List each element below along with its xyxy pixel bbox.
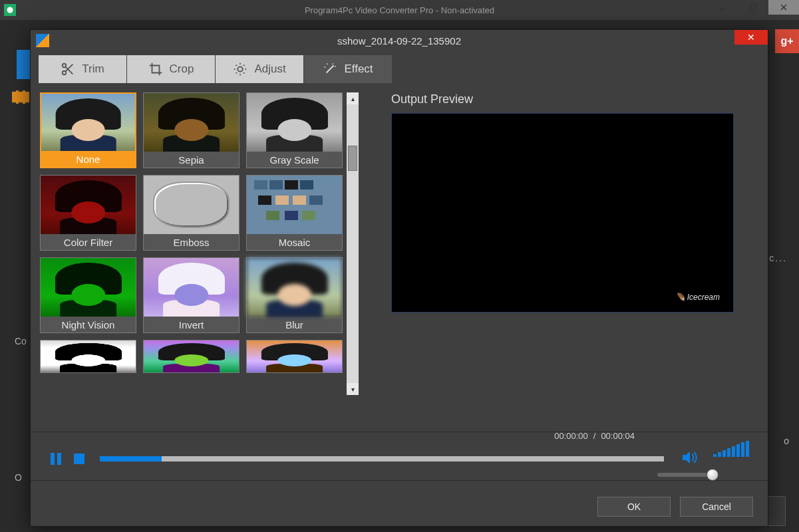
brightness-icon [233, 62, 247, 76]
effect-thumb [247, 176, 342, 234]
effect-thumb [247, 258, 342, 317]
main-titlebar: Program4Pc Video Converter Pro - Non-act… [0, 0, 799, 20]
tab-trim[interactable]: Trim [39, 55, 127, 83]
effect-invert[interactable]: Invert [143, 257, 240, 333]
minimize-button[interactable] [707, 0, 738, 15]
scroll-up-button[interactable]: ▴ [347, 92, 359, 104]
effect-label: Night Vision [41, 317, 136, 332]
effect-label: Emboss [144, 234, 239, 250]
effect-thumb [144, 176, 239, 234]
cancel-label: Cancel [702, 501, 731, 512]
effect-label: Blur [247, 317, 342, 332]
effect-thumb [41, 94, 135, 151]
effect-night-vision[interactable]: Night Vision [40, 257, 136, 333]
dialog-close-button[interactable]: ✕ [734, 30, 768, 45]
effect-mosaic[interactable]: Mosaic [246, 175, 343, 251]
effect-sepia[interactable]: Sepia [143, 92, 240, 168]
svg-line-16 [243, 72, 244, 73]
maximize-button[interactable] [738, 0, 768, 15]
speaker-icon [681, 450, 699, 465]
cancel-button[interactable]: Cancel [680, 497, 753, 517]
window-close-button[interactable] [768, 0, 799, 15]
effect-thumb [144, 258, 239, 317]
dialog-icon [36, 34, 49, 47]
effect-gray-scale[interactable]: Gray Scale [246, 92, 343, 168]
time-total: 00:00:04 [601, 431, 635, 441]
google-plus-button[interactable]: g+ [775, 29, 799, 53]
preview-pane: Output Preview 🪶 Icecream [365, 92, 754, 450]
dialog-buttons: OK Cancel [597, 497, 753, 517]
effect-row4a[interactable] [40, 340, 136, 373]
effect-thumb [247, 340, 342, 372]
svg-line-17 [236, 72, 237, 73]
volume-button[interactable] [681, 450, 699, 467]
crop-icon [148, 62, 163, 76]
volume-slider[interactable] [657, 473, 716, 477]
svg-line-15 [236, 65, 237, 66]
svg-point-1 [7, 7, 13, 13]
effect-none[interactable]: None [40, 92, 136, 168]
stop-icon [73, 453, 85, 465]
pause-button[interactable] [49, 452, 63, 466]
magic-wand-icon [323, 62, 337, 76]
effect-row4c[interactable] [246, 340, 343, 373]
dialog-title: sshow_2014-09-22_135902 [337, 35, 461, 47]
preview-title: Output Preview [391, 92, 754, 106]
pause-icon [49, 452, 63, 466]
effects-scrollbar[interactable]: ▴ ▾ [347, 92, 359, 395]
gplus-label: g+ [780, 35, 793, 47]
filmstrip-icon [12, 90, 29, 104]
tab-crop-label: Crop [170, 63, 194, 76]
volume-bars-icon [713, 441, 749, 457]
bg-convert-to-label: Co [15, 336, 27, 346]
effect-thumb [144, 93, 239, 152]
effect-color-filter[interactable]: Color Filter [40, 175, 136, 251]
effect-blur[interactable]: Blur [246, 257, 343, 333]
scroll-down-button[interactable]: ▾ [347, 383, 359, 395]
volume-control[interactable] [709, 441, 749, 477]
bg-right-text: c... [769, 253, 787, 263]
svg-line-18 [243, 65, 244, 66]
tab-crop[interactable]: Crop [127, 55, 216, 83]
tab-effect[interactable]: Effect [304, 55, 393, 83]
volume-knob[interactable] [707, 469, 719, 481]
time-current: 00:00:00 [554, 431, 588, 441]
svg-line-19 [327, 66, 334, 73]
effect-emboss[interactable]: Emboss [143, 175, 240, 251]
svg-rect-22 [74, 454, 84, 464]
app-icon [4, 4, 16, 16]
effect-thumb [247, 93, 342, 152]
effect-label: Mosaic [247, 234, 342, 250]
effect-label: Sepia [144, 152, 239, 168]
effect-label: None [41, 151, 135, 167]
tab-adjust[interactable]: Adjust [216, 55, 304, 83]
preview-watermark: 🪶 Icecream [675, 293, 720, 303]
ok-button[interactable]: OK [597, 497, 671, 517]
scroll-track[interactable] [347, 104, 359, 383]
window-buttons [707, 0, 799, 15]
effect-label: Color Filter [41, 234, 136, 250]
tab-trim-label: Trim [82, 63, 104, 76]
effect-label: Invert [144, 317, 239, 332]
effect-row4b[interactable] [143, 340, 240, 373]
effect-thumb [41, 340, 136, 372]
seek-bar[interactable] [100, 456, 664, 462]
dialog-content: None Sepia Gray Scale Color Filter [31, 83, 768, 450]
effect-thumb [41, 176, 136, 234]
ok-label: OK [627, 501, 641, 512]
tab-adjust-label: Adjust [254, 63, 285, 76]
effect-thumb [144, 340, 239, 372]
time-readout: 00:00:00 / 00:00:04 [554, 431, 635, 441]
window-title: Program4Pc Video Converter Pro - Non-act… [305, 5, 494, 15]
seek-fill [100, 456, 162, 462]
svg-point-10 [238, 66, 243, 71]
stop-button[interactable] [73, 453, 85, 465]
effect-dialog: sshow_2014-09-22_135902 ✕ Trim Crop Adju… [30, 29, 768, 527]
svg-rect-21 [57, 453, 61, 465]
time-separator: / [593, 431, 596, 441]
scroll-thumb[interactable] [348, 146, 357, 171]
effect-label: Gray Scale [247, 152, 342, 168]
tab-effect-label: Effect [344, 63, 373, 76]
player-bar: 00:00:00 / 00:00:04 [31, 432, 768, 481]
preview-viewport: 🪶 Icecream [391, 113, 734, 313]
